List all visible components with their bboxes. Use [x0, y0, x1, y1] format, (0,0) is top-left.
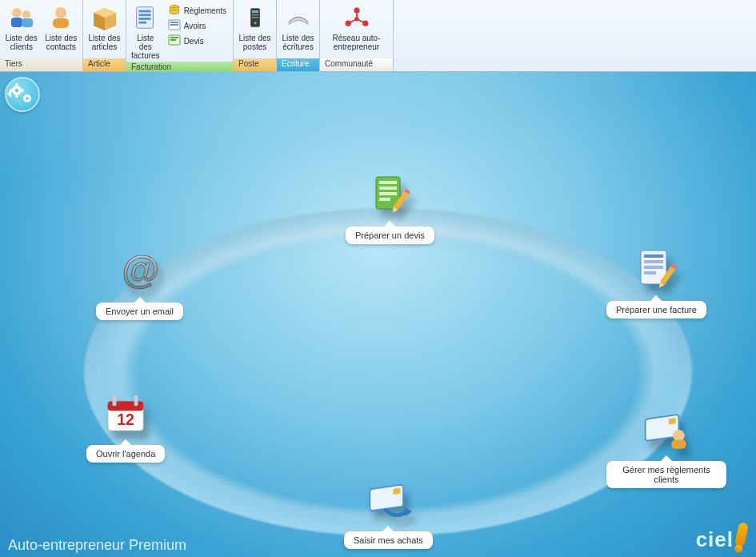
svg-point-4: [55, 7, 66, 18]
ledger-icon: [284, 3, 313, 32]
svg-rect-50: [644, 260, 663, 263]
ribbon-group-label-tiers: Tiers: [0, 58, 82, 71]
svg-rect-5: [53, 18, 69, 28]
invoice-list-icon: [131, 3, 160, 32]
ribbon-group-article: Liste des articles Article: [83, 0, 126, 71]
svg-rect-66: [134, 395, 138, 407]
app-title: Auto-entrepreneur Premium: [8, 537, 186, 554]
ribbon-group-ecriture: Liste des écritures Ecriture: [277, 0, 320, 71]
calendar-icon: 12: [102, 391, 150, 437]
node-envoyer-email-label: Envoyer un email: [96, 303, 183, 320]
ribbon-group-tiers: Liste des clients Liste des contacts Tie…: [0, 0, 83, 71]
svg-rect-41: [379, 181, 397, 184]
node-saisir-achats[interactable]: Saisir mes achats: [344, 477, 433, 549]
svg-rect-21: [251, 10, 258, 13]
at-sign-icon: @: [116, 248, 164, 295]
quote-icon: [168, 34, 181, 48]
svg-rect-9: [138, 18, 150, 20]
credit-note-icon: [168, 19, 181, 33]
svg-rect-22: [251, 14, 258, 16]
svg-point-33: [15, 89, 18, 92]
node-preparer-devis[interactable]: Préparer un devis: [346, 172, 434, 244]
server-icon: [241, 3, 270, 32]
invoice-document-icon: [632, 246, 680, 293]
btn-liste-articles-label: Liste des articles: [86, 34, 122, 51]
btn-liste-ecritures[interactable]: Liste des écritures: [278, 2, 318, 53]
network-icon: [342, 3, 371, 32]
btn-reglements[interactable]: Règlements: [166, 3, 228, 18]
node-gerer-reglements-label: Gérer mes règlements clients: [606, 461, 726, 488]
svg-rect-10: [138, 22, 146, 24]
card-client-icon: [642, 407, 690, 453]
svg-rect-7: [138, 10, 150, 13]
ribbon-group-label-communaute: Communauté: [320, 58, 393, 71]
btn-liste-contacts-label: Liste des contacts: [43, 34, 80, 51]
svg-rect-18: [170, 37, 178, 38]
btn-liste-clients[interactable]: Liste des clients: [2, 2, 42, 53]
ribbon-group-label-facturation: Facturation: [126, 62, 233, 72]
svg-point-39: [26, 97, 29, 100]
ribbon-group-label-poste: Poste: [234, 58, 276, 71]
main-workspace: Préparer un devis Préparer une facture: [0, 72, 756, 557]
btn-devis-label: Devis: [184, 36, 204, 46]
gears-icon: [6, 78, 38, 110]
ribbon-group-poste: Liste des postes Poste: [234, 0, 277, 71]
svg-rect-52: [644, 271, 656, 274]
node-preparer-devis-label: Préparer un devis: [346, 226, 434, 244]
svg-rect-15: [170, 22, 178, 23]
svg-rect-44: [379, 198, 390, 201]
clients-icon: [7, 3, 36, 32]
btn-avoirs-label: Avoirs: [184, 21, 206, 31]
svg-rect-19: [170, 39, 176, 41]
btn-avoirs[interactable]: Avoirs: [166, 18, 228, 34]
svg-point-2: [22, 10, 30, 18]
svg-point-0: [12, 8, 22, 18]
quote-document-icon: [366, 172, 414, 218]
svg-rect-42: [379, 186, 397, 190]
node-preparer-facture-label: Préparer une facture: [606, 301, 706, 319]
btn-liste-contacts[interactable]: Liste des contacts: [42, 2, 82, 53]
ribbon-group-facturation: Liste des factures Règlements Avoirs: [126, 0, 234, 71]
node-ouvrir-agenda-label: Ouvrir l'agenda: [86, 445, 165, 463]
ribbon-group-communaute: Réseau auto-entrepreneur Communauté: [320, 0, 394, 71]
btn-devis[interactable]: Devis: [166, 34, 228, 49]
svg-point-58: [673, 430, 685, 442]
svg-rect-1: [11, 18, 22, 27]
brand-exclamation-icon: [734, 522, 749, 547]
btn-liste-articles[interactable]: Liste des articles: [85, 2, 124, 53]
btn-liste-postes[interactable]: Liste des postes: [235, 2, 274, 53]
btn-reseau-auto-entrepreneur[interactable]: Réseau auto-entrepreneur: [322, 2, 391, 53]
svg-rect-34: [16, 83, 18, 86]
ribbon-toolbar: Liste des clients Liste des contacts Tie…: [0, 0, 756, 72]
svg-rect-57: [669, 418, 676, 425]
btn-liste-ecritures-label: Liste des écritures: [280, 34, 316, 51]
node-gerer-reglements[interactable]: Gérer mes règlements clients: [606, 407, 726, 488]
node-envoyer-email[interactable]: @ Envoyer un email: [96, 248, 183, 320]
ribbon-group-label-article: Article: [83, 58, 126, 71]
svg-rect-16: [170, 24, 178, 26]
node-preparer-facture[interactable]: Préparer une facture: [606, 246, 706, 319]
svg-rect-59: [671, 440, 686, 449]
node-saisir-achats-label: Saisir mes achats: [344, 531, 433, 549]
svg-rect-8: [138, 14, 150, 16]
btn-reglements-label: Règlements: [184, 6, 226, 16]
svg-text:@: @: [121, 250, 158, 291]
brand-logo: ciel: [696, 523, 746, 552]
btn-liste-clients-label: Liste des clients: [3, 34, 40, 51]
ribbon-group-label-ecriture: Ecriture: [277, 58, 319, 71]
svg-rect-23: [251, 17, 258, 18]
svg-rect-43: [379, 192, 397, 195]
btn-liste-factures[interactable]: Liste des factures: [128, 2, 163, 62]
contact-icon: [46, 3, 75, 32]
node-ouvrir-agenda[interactable]: 12 Ouvrir l'agenda: [86, 391, 165, 463]
settings-gear-button[interactable]: [5, 77, 40, 112]
box-icon: [90, 3, 119, 32]
svg-rect-51: [644, 266, 663, 269]
svg-text:12: 12: [117, 411, 134, 428]
svg-rect-65: [113, 395, 117, 407]
svg-marker-62: [405, 507, 412, 516]
btn-liste-factures-label: Liste des factures: [130, 34, 162, 60]
brand-text: ciel: [696, 527, 734, 552]
btn-reseau-label: Réseau auto-entrepreneur: [323, 34, 390, 51]
svg-rect-37: [22, 90, 24, 92]
